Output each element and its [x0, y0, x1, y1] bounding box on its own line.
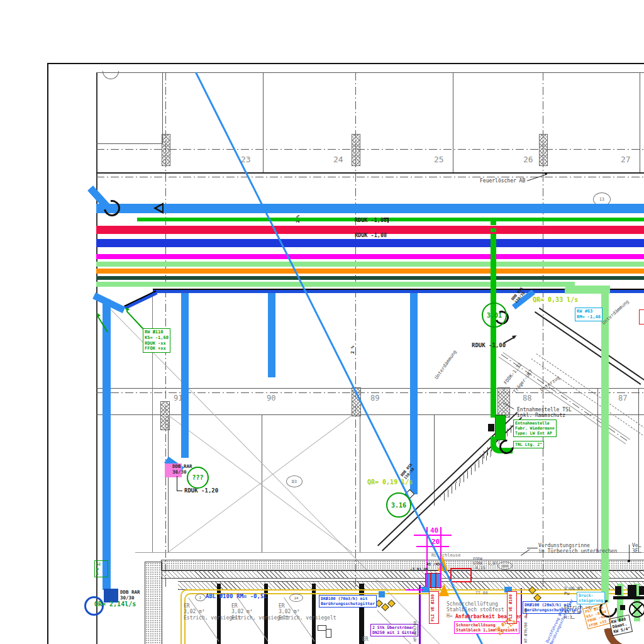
wall-line	[96, 172, 644, 174]
room-er-line: Estrich, versiegelt	[279, 615, 336, 621]
kw63-line: RM= -1,46	[577, 314, 601, 320]
grid-number: 27	[621, 155, 631, 164]
entnahmestelle-note-line: Entnahmestelle TSL	[517, 407, 572, 413]
rw110-line: FFOK +xx	[145, 346, 169, 352]
leader-arrow-head	[512, 334, 518, 340]
rduk-label: RDUK -1,08	[355, 232, 387, 238]
bracket-mark	[387, 218, 389, 223]
wall-line	[638, 388, 639, 552]
position-bubble-316: 3.16	[386, 492, 411, 518]
detail-oval-label: U04	[502, 564, 508, 568]
room-label-er: ER	[362, 636, 369, 642]
entnahmestelle-box-line: Fabr. Wiedermann	[515, 426, 555, 431]
grid-number: 87	[618, 394, 627, 402]
leader-line	[527, 174, 547, 181]
band-lightblue	[96, 204, 644, 213]
wall-line	[640, 72, 640, 174]
grid-number: 88	[523, 394, 531, 402]
ht-pipe-label: HT-Ø70/80 -0,48	[523, 595, 528, 643]
room-3ug05-line: Pu	[564, 591, 596, 596]
green-riser-dashed	[491, 221, 496, 235]
red-shaft-outline	[450, 568, 472, 582]
valve-actuator	[488, 424, 494, 431]
column-pier	[162, 134, 170, 166]
rm-label: RM= -0,51	[236, 593, 267, 600]
ht-pipe-label: HT-Ø70/80	[413, 596, 417, 641]
cad-drawing-canvas: 23 24 25 26 27 91 90 89 88 87	[0, 0, 644, 644]
position-bubble-label: ???	[192, 474, 203, 481]
band-green	[137, 218, 644, 221]
detail-oval-label: 24	[294, 596, 299, 600]
rduk-label: RDUK -1,20	[184, 487, 218, 494]
pump-symbol	[615, 586, 621, 595]
fddk-level-note: FDDK STRK -1,97 -4,15	[473, 557, 497, 570]
fli-ve-label: FLI VE Ø100	[430, 592, 435, 621]
leader-line	[629, 545, 630, 561]
ddb-label: DDB RAR 30/30	[120, 590, 140, 601]
abl-label: ABL Ø100	[206, 593, 233, 600]
wall-line	[96, 72, 97, 644]
left-edge-green-line: S2	[96, 562, 106, 567]
verdunstungsrinne-note-partial: Ve… 3E…	[632, 543, 641, 555]
palegreen-riser	[601, 288, 609, 602]
ddb-label-line: 30/30	[172, 470, 192, 475]
entnahmestelle-note-line: inkl. Rammschutz	[517, 413, 572, 418]
level-note: 45 /45	[426, 562, 440, 566]
pump-symbol	[620, 605, 625, 610]
flow-triangle-inner	[157, 205, 162, 211]
fli-ve-box: FLI VE Ø100	[429, 591, 439, 624]
ueberstroemer-box: 2 Stk Überströmer DN250 mit 1 Gitter	[370, 624, 418, 636]
wall-line	[360, 414, 360, 552]
entnahmestelle-box-line: Type: LW Ent AP	[515, 431, 555, 436]
grid-number: 24	[333, 155, 343, 164]
position-bubble-label: 3.16	[391, 502, 406, 509]
insulation-strip	[161, 570, 644, 579]
dk70-box: DKØ100 (70m3/h) mit Berührungsschutzgitt…	[319, 595, 377, 608]
flow-rate-label: QR= 2,14l/s	[94, 601, 136, 608]
leader-line	[177, 491, 182, 491]
schnorchel-note-line: Stahlblech stoßfest	[447, 607, 504, 613]
ramp-wall-line	[535, 311, 641, 385]
band-palegreen	[96, 262, 644, 267]
leader-dot	[545, 172, 547, 175]
band-orange	[96, 269, 644, 274]
column-pier	[539, 134, 548, 166]
wall-line	[262, 414, 262, 552]
left-edge-green-line: K	[96, 571, 106, 576]
axis-bubble-label: 13	[599, 197, 604, 202]
feuerloescher-label: Feuerlöscher AB	[480, 178, 525, 184]
red-detail-box	[639, 309, 644, 325]
door-swing-arc	[103, 71, 119, 79]
drop-pipe	[268, 293, 275, 377]
wall-line	[168, 414, 169, 552]
fddk-level-line: -4,15	[473, 566, 497, 570]
position-bubble-label: 3.01	[487, 312, 502, 319]
ddb-label-line: 30/30	[120, 596, 140, 601]
detail-oval: U04	[497, 562, 513, 570]
wall-line	[597, 388, 598, 552]
detail-oval-label: 2	[199, 596, 201, 599]
entnahmestelle-box-line: Entnahmestelle	[515, 421, 555, 426]
grid-number: 25	[434, 155, 444, 164]
vent-square	[379, 591, 385, 597]
schleuse-label: RL Schleuse	[431, 553, 460, 558]
detail-oval-label: D3	[292, 479, 297, 484]
grid-axis-line	[96, 177, 644, 177]
verdunstungsrinne-line: 3E…	[632, 548, 641, 554]
dim-line	[406, 589, 423, 591]
rw110-line: KS= -1,60	[145, 335, 169, 341]
verdunstungsrinne-note: Verdunstungsrinne im Türbereich unterbre…	[538, 543, 617, 555]
dk70-line: DKØ100 (70m3/h) mit	[321, 596, 375, 601]
wall-line	[162, 72, 163, 143]
wall-line	[96, 72, 644, 73]
left-edge-green-line: W	[96, 567, 106, 572]
detail-oval: 2	[195, 594, 206, 601]
anfahrbarkeit-warning: Anfahrbarkeit beachten !	[455, 614, 528, 619]
green-arrow-line	[126, 311, 143, 329]
wall-line	[263, 72, 264, 174]
wall-line	[453, 72, 453, 174]
wall-line	[96, 388, 644, 389]
ueberstroemer-line: DN250 mit 1 Gitter	[372, 630, 416, 635]
entnahmestelle-note: Entnahmestelle TSL inkl. Rammschutz	[517, 407, 572, 419]
left-edge-green-box: S2 W K	[94, 560, 108, 577]
